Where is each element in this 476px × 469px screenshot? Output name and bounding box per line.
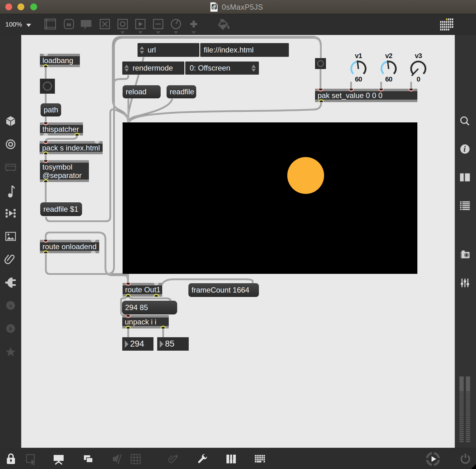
svg-text:v: v — [9, 302, 12, 309]
svg-text:m: m — [67, 21, 71, 27]
svg-text:i: i — [464, 144, 466, 154]
svg-text:b: b — [9, 325, 12, 332]
